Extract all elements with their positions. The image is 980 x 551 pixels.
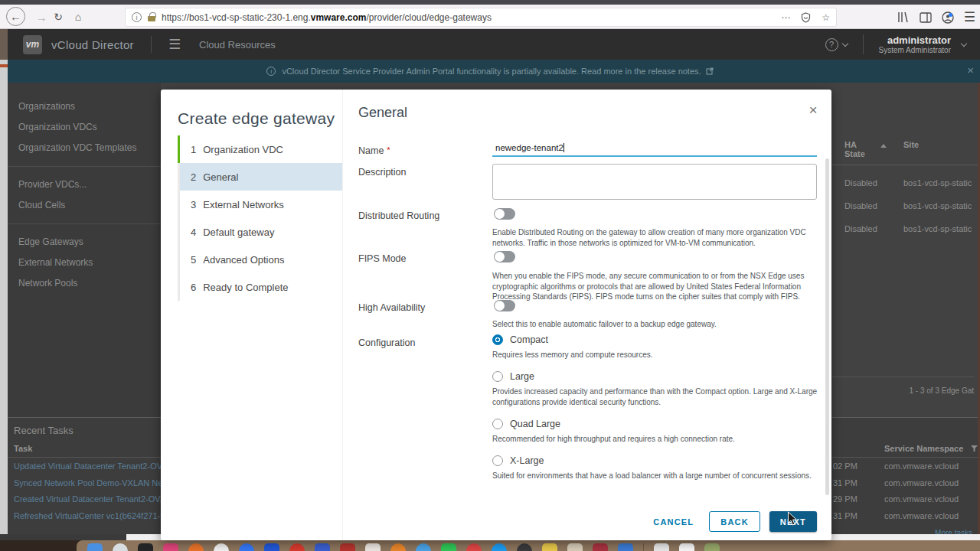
description-label: Description <box>358 167 407 178</box>
wizard-step-general[interactable]: 2General <box>178 163 342 191</box>
external-link-icon[interactable] <box>706 67 714 75</box>
bookmark-star-icon[interactable]: ☆ <box>822 12 830 23</box>
radio-option-compact[interactable]: Compact <box>492 333 826 347</box>
column-header-task[interactable]: Task <box>14 444 32 453</box>
dock-icon[interactable] <box>618 543 633 551</box>
dock-icon[interactable] <box>567 543 583 551</box>
dock-icon[interactable] <box>704 543 720 551</box>
pocket-shield-icon[interactable] <box>801 12 811 23</box>
url-bar[interactable]: i https://bos1-vcd-sp-static-230-1.eng.v… <box>125 8 837 27</box>
modal-scrollbar[interactable] <box>825 158 829 495</box>
back-icon[interactable]: ← <box>6 7 25 26</box>
dock-icon[interactable] <box>163 543 178 551</box>
menu-icon[interactable]: ☰ <box>964 11 975 24</box>
create-edge-gateway-modal: Create edge gateway 1Organization VDC2Ge… <box>161 90 831 540</box>
dock-icon[interactable] <box>87 543 103 551</box>
sidebar-item-cloud-cells[interactable]: Cloud Cells <box>8 195 161 216</box>
dock-icon[interactable] <box>113 543 128 551</box>
fips-mode-toggle[interactable] <box>494 251 515 262</box>
sidebar-item-provider-vdcs[interactable]: Provider VDCs... <box>8 174 161 195</box>
radio-option-large[interactable]: Large <box>492 370 826 383</box>
dock-icon[interactable] <box>365 543 381 551</box>
step-label: Ready to Complete <box>203 282 288 293</box>
dock-icon[interactable] <box>340 543 355 551</box>
radio-label: X-Large <box>510 455 544 466</box>
distributed-routing-toggle[interactable] <box>494 208 515 220</box>
dock-icon[interactable] <box>315 543 330 551</box>
step-page-title: General <box>358 105 407 121</box>
radio-option-x-large[interactable]: X-Large <box>492 454 826 468</box>
radio-icon-compact[interactable] <box>492 334 503 345</box>
dock-icon[interactable] <box>264 543 279 551</box>
library-icon[interactable] <box>897 11 910 23</box>
sidebar-item-organizations[interactable]: Organizations <box>8 96 161 117</box>
dock-icon[interactable] <box>214 543 229 551</box>
description-textarea[interactable] <box>492 164 817 200</box>
dock-icon[interactable] <box>390 543 406 551</box>
sidebar-item-organization-vdcs[interactable]: Organization VDCs <box>8 117 161 138</box>
radio-icon-large[interactable] <box>492 371 503 382</box>
step-label: Organization VDC <box>203 144 283 155</box>
name-label: Name* <box>358 145 390 156</box>
task-link[interactable]: Created Virtual Datacenter Tenant2-OV... <box>14 494 167 504</box>
column-header-ha-state[interactable]: HAState <box>844 140 865 158</box>
nav-cloud-resources[interactable]: Cloud Resources <box>199 39 276 51</box>
dock-icon[interactable] <box>441 543 456 551</box>
dock-icon[interactable] <box>188 543 204 551</box>
column-header-site[interactable]: Site <box>903 140 919 149</box>
task-link[interactable]: Refreshed VirtualCenter vc1(b624f271-99.… <box>14 511 177 520</box>
close-icon[interactable]: × <box>805 102 821 119</box>
page-info-icon[interactable]: i <box>132 12 142 22</box>
dock-icon[interactable] <box>679 543 694 551</box>
dock-icon[interactable] <box>517 543 532 551</box>
vmware-logo: vm <box>23 35 42 54</box>
wizard-step-advanced-options[interactable]: 5Advanced Options <box>178 246 342 273</box>
task-link[interactable]: Updated Virtual Datacenter Tenant2-OV... <box>14 461 168 471</box>
dock-icon[interactable] <box>416 543 431 551</box>
radio-icon-x-large[interactable] <box>492 455 503 466</box>
task-time: 31 PM <box>833 478 858 487</box>
wizard-step-ready-to-complete[interactable]: 6Ready to Complete <box>178 273 342 301</box>
dock-icon[interactable] <box>466 543 482 551</box>
banner-text: vCloud Director Service Provider Admin P… <box>282 67 701 76</box>
sidebar-item-external-networks[interactable]: External Networks <box>8 253 161 273</box>
back-button[interactable]: BACK <box>709 511 760 532</box>
wizard-step-external-networks[interactable]: 3External Networks <box>178 191 342 218</box>
banner-close-icon[interactable]: × <box>967 64 974 77</box>
distributed-routing-label: Distributed Routing <box>358 210 439 221</box>
dock-icon[interactable] <box>654 543 669 551</box>
home-icon[interactable]: ⌂ <box>69 8 87 26</box>
column-header-service-namespace[interactable]: Service Namespace <box>884 444 963 453</box>
page-actions-icon[interactable]: ⋯ <box>781 12 790 23</box>
url-text[interactable]: https://bos1-vcd-sp-static-230-1.eng.vmw… <box>162 12 773 23</box>
forward-icon[interactable]: → <box>32 8 51 26</box>
sidebar-toggle-icon[interactable] <box>920 12 932 23</box>
nav-hamburger-icon[interactable]: ☰ <box>168 36 181 53</box>
padlock-icon <box>148 16 155 21</box>
step-number: 6 <box>191 282 196 293</box>
dock-icon[interactable] <box>138 543 153 551</box>
dock-icon[interactable] <box>492 543 507 551</box>
wizard-step-default-gateway[interactable]: 4Default gateway <box>178 218 342 246</box>
filter-funnel-icon[interactable] <box>971 445 978 452</box>
dock-icon[interactable] <box>289 543 305 551</box>
dock-icon[interactable] <box>542 543 557 551</box>
step-number: 2 <box>191 171 196 183</box>
sort-caret-icon[interactable] <box>880 144 887 148</box>
help-icon[interactable]: ? <box>825 38 838 51</box>
name-input[interactable]: newedge-tenant2 <box>492 143 817 157</box>
radio-option-quad-large[interactable]: Quad Large <box>492 417 826 431</box>
user-role: System Administrator <box>879 46 951 54</box>
user-menu[interactable]: administrator System Administrator <box>879 34 951 54</box>
reload-icon[interactable]: ↻ <box>49 8 67 26</box>
high-availability-toggle[interactable] <box>494 300 515 311</box>
sidebar-item-network-pools[interactable]: Network Pools <box>8 273 161 294</box>
dock-icon[interactable] <box>239 543 254 551</box>
cancel-button[interactable]: CANCEL <box>647 517 700 527</box>
task-link[interactable]: Synced Network Pool Demo-VXLAN Ne... <box>14 478 170 487</box>
dock-icon[interactable] <box>593 543 608 551</box>
sidebar-item-organization-vdc-templates[interactable]: Organization VDC Templates <box>8 138 161 158</box>
sidebar-item-edge-gateways[interactable]: Edge Gateways <box>8 232 161 253</box>
radio-icon-quad-large[interactable] <box>492 419 503 429</box>
wizard-step-organization-vdc[interactable]: 1Organization VDC <box>178 135 342 163</box>
